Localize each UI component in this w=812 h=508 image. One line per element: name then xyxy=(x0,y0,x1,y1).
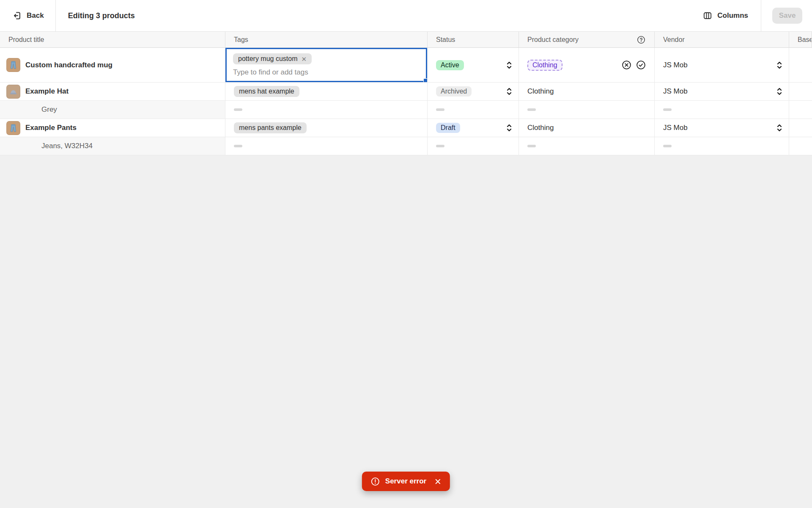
column-header-tags[interactable]: Tags xyxy=(225,32,428,48)
toolbar-divider-right xyxy=(761,0,761,31)
toast-message: Server error xyxy=(385,477,426,486)
status-badge-archived: Archived xyxy=(436,86,472,97)
status-cell[interactable]: Active xyxy=(428,48,519,83)
vendor-value: JS Mob xyxy=(663,61,688,69)
variant-row-grey: Grey xyxy=(0,101,812,119)
product-category-cell[interactable]: Clothing xyxy=(519,119,655,137)
column-header-status[interactable]: Status xyxy=(428,32,519,48)
empty-value-dash xyxy=(527,108,536,111)
empty-value-dash xyxy=(234,108,242,111)
product-title: Custom handcrafted mug xyxy=(25,61,112,69)
product-row-example-pants: Example Pants mens pants example Draft C… xyxy=(0,119,812,137)
table-header-row: Product title Tags Status Product catego… xyxy=(0,32,812,48)
empty-value-dash xyxy=(527,145,536,147)
status-badge-active: Active xyxy=(436,60,464,70)
base-price-cell[interactable] xyxy=(789,48,812,83)
variant-title: Grey xyxy=(41,105,57,114)
toolbar: Back Editing 3 products Columns Save xyxy=(0,0,812,32)
empty-value-dash xyxy=(663,108,672,111)
vendor-cell-empty xyxy=(655,101,789,119)
vendor-cell[interactable]: JS Mob xyxy=(655,48,789,83)
reject-category-icon[interactable] xyxy=(622,60,631,70)
status-cell[interactable]: Draft xyxy=(428,119,519,137)
vendor-cell-empty xyxy=(655,137,789,155)
empty-value-dash xyxy=(436,145,444,147)
tags-cell-editing[interactable]: pottery mug custom ✕ xyxy=(225,48,428,83)
server-error-toast: Server error xyxy=(362,472,450,491)
variant-title-cell[interactable]: Grey xyxy=(0,101,225,119)
tags-cell[interactable]: mens hat example xyxy=(225,83,428,101)
column-header-vendor[interactable]: Vendor xyxy=(655,32,789,48)
status-cell[interactable]: Archived xyxy=(428,83,519,101)
tags-cell-empty xyxy=(225,101,428,119)
base-price-cell[interactable] xyxy=(789,137,812,155)
remove-tag-icon[interactable]: ✕ xyxy=(302,56,307,62)
columns-icon xyxy=(703,11,712,20)
status-cell-empty xyxy=(428,137,519,155)
empty-value-dash xyxy=(663,145,672,147)
base-price-cell[interactable] xyxy=(789,101,812,119)
columns-button[interactable]: Columns xyxy=(690,0,761,31)
product-row-custom-handcrafted-mug: Custom handcrafted mug pottery mug custo… xyxy=(0,48,812,83)
stepper-icon[interactable] xyxy=(506,123,513,133)
bulk-edit-table: Product title Tags Status Product catego… xyxy=(0,32,812,155)
product-title-cell[interactable]: Custom handcrafted mug xyxy=(0,48,225,83)
base-price-cell[interactable] xyxy=(789,119,812,137)
category-value: Clothing xyxy=(527,87,554,96)
empty-value-dash xyxy=(234,145,242,147)
save-button[interactable]: Save xyxy=(772,8,802,24)
product-title-cell[interactable]: Example Hat xyxy=(0,83,225,101)
tag-pill: pottery mug custom ✕ xyxy=(233,53,312,64)
stepper-icon[interactable] xyxy=(506,60,513,70)
category-cell-empty xyxy=(519,101,655,119)
vendor-cell[interactable]: JS Mob xyxy=(655,83,789,101)
product-thumbnail-hat xyxy=(6,85,20,99)
toolbar-divider-left xyxy=(55,0,56,31)
back-exit-icon xyxy=(13,11,22,20)
status-badge-draft: Draft xyxy=(436,123,460,133)
stepper-icon[interactable] xyxy=(506,86,513,97)
variant-title-cell[interactable]: Jeans, W32H34 xyxy=(0,137,225,155)
product-category-cell[interactable]: Clothing xyxy=(519,48,655,83)
variant-row-jeans-w32h34: Jeans, W32H34 xyxy=(0,137,812,155)
product-category-cell[interactable]: Clothing xyxy=(519,83,655,101)
category-value: Clothing xyxy=(527,124,554,132)
empty-value-dash xyxy=(436,108,444,111)
column-header-base[interactable]: Base xyxy=(789,32,812,48)
base-price-cell[interactable] xyxy=(789,83,812,101)
product-row-example-hat: Example Hat mens hat example Archived Cl… xyxy=(0,83,812,101)
vendor-cell[interactable]: JS Mob xyxy=(655,119,789,137)
accept-category-icon[interactable] xyxy=(636,60,646,70)
tag-pill: mens hat example xyxy=(234,86,299,97)
back-label: Back xyxy=(27,11,44,20)
tag-search-input[interactable] xyxy=(233,68,360,77)
page-title: Editing 3 products xyxy=(68,11,135,20)
vendor-value: JS Mob xyxy=(663,124,688,132)
stepper-icon[interactable] xyxy=(776,86,783,97)
product-title-cell[interactable]: Example Pants xyxy=(0,119,225,137)
columns-label: Columns xyxy=(717,11,748,20)
vendor-value: JS Mob xyxy=(663,87,688,96)
column-header-product-category[interactable]: Product category xyxy=(519,32,655,48)
status-cell-empty xyxy=(428,101,519,119)
tags-cell-empty xyxy=(225,137,428,155)
toast-close-icon[interactable] xyxy=(435,478,441,485)
column-header-product-title[interactable]: Product title xyxy=(0,32,225,48)
back-button[interactable]: Back xyxy=(0,0,55,31)
product-title: Example Pants xyxy=(25,124,77,132)
product-title: Example Hat xyxy=(25,87,69,96)
stepper-icon[interactable] xyxy=(776,60,783,70)
help-icon[interactable] xyxy=(636,35,646,44)
category-cell-empty xyxy=(519,137,655,155)
tags-cell[interactable]: mens pants example xyxy=(225,119,428,137)
variant-title: Jeans, W32H34 xyxy=(41,142,93,150)
product-thumbnail-jeans xyxy=(6,121,20,135)
category-suggestion-chip[interactable]: Clothing xyxy=(527,60,562,71)
fill-handle[interactable] xyxy=(423,78,428,83)
tag-pill: mens pants example xyxy=(234,122,307,133)
alert-circle-icon xyxy=(371,477,380,486)
stepper-icon[interactable] xyxy=(776,123,783,133)
product-thumbnail-jeans xyxy=(6,58,20,72)
